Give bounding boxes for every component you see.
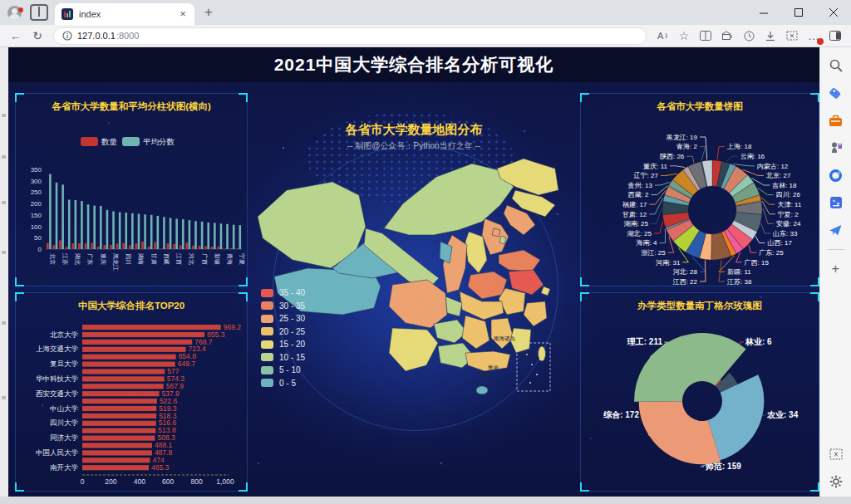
top20-bar[interactable]	[82, 399, 157, 404]
maximize-button[interactable]	[781, 0, 816, 25]
bar-count[interactable]	[173, 244, 175, 249]
sidebar-designer-icon[interactable]	[828, 194, 844, 211]
close-window-button[interactable]	[816, 0, 851, 25]
bar-count[interactable]	[141, 242, 144, 249]
minimize-button[interactable]	[746, 0, 781, 25]
address-bar[interactable]: 127.0.0.1:8000	[53, 27, 647, 45]
sidebar-drop-icon[interactable]	[828, 222, 844, 238]
sidebar-search-icon[interactable]	[828, 57, 844, 74]
bar-avg[interactable]	[119, 213, 121, 249]
bar-avg[interactable]	[125, 213, 127, 249]
bar-count[interactable]	[160, 248, 163, 249]
bar-count[interactable]	[204, 246, 207, 249]
sidebar-toolbox-icon[interactable]	[828, 112, 844, 129]
sidebar-panel-icon[interactable]	[826, 27, 844, 45]
bar-count[interactable]	[85, 243, 87, 249]
bar-avg[interactable]	[194, 221, 197, 249]
map-legend-item[interactable]: 35 - 40	[261, 288, 305, 297]
back-button[interactable]: ←	[7, 27, 25, 45]
bar-count[interactable]	[47, 243, 49, 249]
map-legend-item[interactable]: 20 - 25	[261, 327, 305, 336]
top20-bar[interactable]	[82, 325, 221, 330]
bar-count[interactable]	[78, 243, 81, 249]
bar-count[interactable]	[91, 243, 93, 249]
bar-avg[interactable]	[214, 223, 216, 249]
bar-count[interactable]	[59, 241, 61, 249]
bar-avg[interactable]	[170, 218, 172, 249]
bar-avg[interactable]	[81, 201, 83, 249]
bar-count[interactable]	[97, 247, 100, 249]
bar-count[interactable]	[211, 247, 214, 249]
map-province-山东[interactable]	[499, 250, 540, 272]
bar-avg[interactable]	[220, 223, 223, 249]
top20-bar[interactable]	[82, 465, 149, 470]
top20-bar[interactable]	[82, 332, 204, 337]
history-icon[interactable]	[740, 27, 758, 45]
map-province-陕西[interactable]	[443, 235, 467, 293]
map-legend-item[interactable]: 0 - 5	[261, 379, 305, 388]
bar-count[interactable]	[218, 247, 220, 249]
new-tab-button[interactable]: +	[198, 2, 219, 23]
read-aloud-button[interactable]: A	[653, 27, 671, 45]
map-legend-item[interactable]: 5 - 10	[261, 365, 305, 374]
bar-avg[interactable]	[163, 217, 165, 249]
bar-avg[interactable]	[56, 183, 58, 249]
bar-count[interactable]	[180, 245, 182, 249]
tab-list-icon[interactable]	[30, 4, 48, 21]
sidebar-settings-gear-icon[interactable]	[828, 473, 844, 490]
split-screen-icon[interactable]	[696, 27, 715, 45]
bar-avg[interactable]	[106, 210, 109, 249]
rose-slice[interactable]	[708, 374, 764, 460]
bar-avg[interactable]	[93, 206, 96, 249]
top20-bar[interactable]	[82, 428, 155, 433]
map-province-四川[interactable]	[389, 280, 447, 328]
map-legend-item[interactable]: 25 - 30	[261, 314, 305, 323]
map-province-重庆[interactable]	[445, 296, 462, 316]
map-province-云南[interactable]	[389, 328, 438, 371]
bar-count[interactable]	[104, 245, 106, 249]
top20-bar[interactable]	[82, 413, 156, 418]
sidebar-capture-icon[interactable]	[828, 446, 844, 462]
bar-count[interactable]	[116, 243, 119, 249]
bar-avg[interactable]	[112, 211, 115, 249]
downloads-icon[interactable]	[761, 27, 780, 45]
bar-avg[interactable]	[226, 224, 229, 249]
bar-count[interactable]	[122, 243, 125, 249]
bar-count[interactable]	[154, 242, 156, 249]
more-menu-button[interactable]: …	[804, 27, 823, 45]
top20-bar[interactable]	[82, 436, 155, 441]
bar-avg[interactable]	[201, 222, 204, 249]
map-province-浙江[interactable]	[524, 301, 547, 326]
bar-count[interactable]	[236, 248, 239, 249]
bar-count[interactable]	[185, 242, 188, 249]
bar-count[interactable]	[53, 245, 56, 249]
rose-slice[interactable]	[639, 401, 721, 464]
bar-avg[interactable]	[175, 219, 178, 249]
map-province-江西[interactable]	[491, 318, 514, 349]
bar-count[interactable]	[71, 243, 74, 249]
bar-count[interactable]	[192, 246, 194, 249]
sidebar-shopping-icon[interactable]	[828, 85, 844, 101]
legend-item-count[interactable]: 数量	[81, 137, 118, 146]
collections-icon[interactable]	[718, 27, 736, 45]
bar-avg[interactable]	[233, 225, 235, 249]
top20-bar[interactable]	[82, 406, 156, 411]
bar-avg[interactable]	[68, 199, 71, 249]
top20-bar[interactable]	[82, 376, 165, 381]
sidebar-m365-icon[interactable]	[828, 167, 844, 183]
bar-avg[interactable]	[182, 219, 184, 249]
bar-count[interactable]	[110, 245, 112, 249]
bar-count[interactable]	[135, 243, 138, 249]
map-province-上海[interactable]	[541, 286, 550, 296]
bar-avg[interactable]	[75, 200, 77, 249]
top20-bar[interactable]	[82, 391, 160, 396]
bar-avg[interactable]	[131, 213, 134, 249]
bar-avg[interactable]	[49, 174, 52, 249]
bar-avg[interactable]	[100, 206, 102, 249]
map-province-海南[interactable]	[476, 386, 488, 394]
sidebar-games-icon[interactable]	[828, 139, 844, 156]
top20-bar[interactable]	[82, 347, 185, 352]
map-legend-item[interactable]: 10 - 15	[261, 353, 305, 362]
site-info-icon[interactable]	[62, 31, 72, 41]
bar-count[interactable]	[199, 246, 201, 249]
